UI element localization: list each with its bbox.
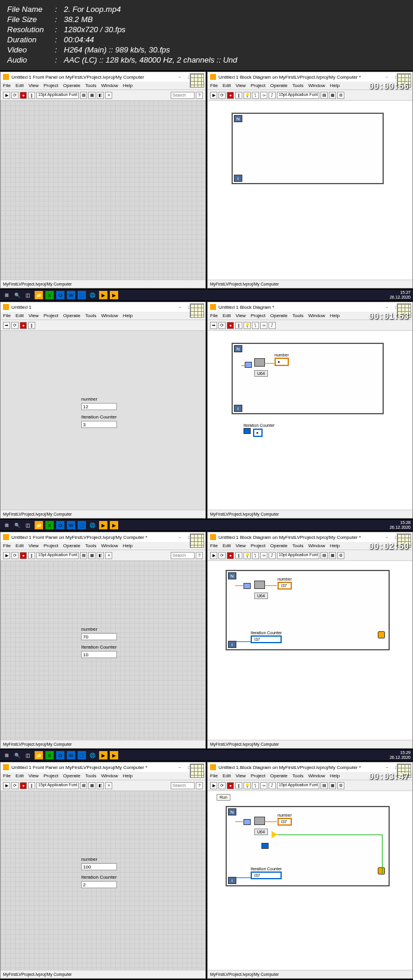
minimize-button[interactable]: − — [383, 304, 391, 310]
run-button[interactable]: ▶ — [210, 92, 217, 99]
for-loop-structure[interactable]: N i number ▸ U64 — [232, 343, 384, 414]
connector-pane[interactable] — [190, 73, 204, 88]
titlebar[interactable]: Untitled 1.Block Diagram on MyFirstLVPro… — [208, 762, 412, 772]
menu-view[interactable]: View — [29, 313, 39, 318]
pause-button[interactable]: ‖ — [28, 322, 35, 329]
menu-file[interactable]: File — [3, 313, 11, 318]
menu-operate[interactable]: Operate — [63, 543, 81, 548]
distribute-button[interactable]: ▦ — [88, 552, 95, 559]
menu-view[interactable]: View — [29, 773, 39, 779]
menu-file[interactable]: File — [210, 83, 218, 88]
menu-view[interactable]: View — [236, 773, 246, 779]
menu-help[interactable]: Help — [330, 83, 340, 88]
run-button[interactable]: ▶ — [3, 92, 10, 99]
menu-help[interactable]: Help — [330, 313, 340, 318]
menu-operate[interactable]: Operate — [270, 773, 288, 779]
step-in-button[interactable]: ⤵ — [252, 322, 259, 329]
menu-file[interactable]: File — [3, 773, 11, 779]
excel-icon[interactable]: X — [45, 751, 54, 759]
pause-button[interactable]: ‖ — [235, 552, 242, 559]
menu-tools[interactable]: Tools — [85, 543, 97, 548]
align-button[interactable]: ▤ — [320, 782, 328, 789]
menu-window[interactable]: Window — [308, 83, 325, 88]
explorer-icon[interactable]: 📁 — [35, 751, 43, 759]
menu-file[interactable]: File — [210, 313, 218, 318]
minimize-button[interactable]: − — [175, 304, 184, 310]
iteration-indicator-node[interactable]: Iteration Counter I37 — [251, 867, 282, 879]
run-cont-button[interactable]: ⟳ — [11, 92, 19, 99]
menu-edit[interactable]: Edit — [223, 773, 231, 779]
menu-edit[interactable]: Edit — [223, 83, 231, 88]
run-button[interactable]: ▶ — [210, 552, 217, 559]
menu-operate[interactable]: Operate — [270, 83, 288, 88]
block-diagram-canvas[interactable]: Run N i number I37 U64 Iteration Counter… — [208, 791, 412, 970]
help-button[interactable]: ? — [196, 92, 203, 99]
front-panel-canvas[interactable]: number 12 Iteration Counter 3 — [1, 331, 205, 510]
resize-button[interactable]: ◧ — [97, 552, 104, 559]
for-loop-structure[interactable]: N i number I37 U64 Iteration Counter I37 — [226, 570, 390, 650]
for-loop-structure[interactable]: N i — [232, 113, 384, 184]
connector-pane[interactable] — [190, 764, 204, 778]
pause-button[interactable]: ‖ — [235, 92, 242, 99]
align-button[interactable]: ▤ — [80, 552, 87, 559]
loop-count-terminal[interactable]: N — [228, 572, 236, 579]
step-over-button[interactable]: ⤼ — [260, 782, 267, 789]
number-control[interactable]: number 100 — [81, 857, 117, 870]
u64-cast-node[interactable]: U64 — [254, 370, 268, 377]
compare-node[interactable] — [272, 831, 278, 839]
menu-view[interactable]: View — [236, 543, 246, 548]
start-button[interactable]: ⊞ — [2, 521, 11, 529]
align-button[interactable]: ▤ — [320, 552, 328, 559]
minimize-button[interactable]: − — [383, 534, 391, 540]
menu-window[interactable]: Window — [101, 83, 118, 88]
run-button[interactable]: ➡ — [3, 322, 10, 329]
run-cont-button[interactable]: ⟳ — [11, 322, 19, 329]
word-icon[interactable]: W — [67, 521, 75, 529]
highlight-button[interactable]: 💡 — [244, 552, 251, 559]
run-cont-button[interactable]: ⟳ — [11, 782, 19, 789]
menu-project[interactable]: Project — [44, 313, 58, 318]
pause-button[interactable]: ‖ — [28, 92, 35, 99]
cleanup-button[interactable]: ⚙ — [337, 552, 344, 559]
system-clock[interactable]: 15:27 26.12.2020 — [390, 290, 411, 300]
font-selector[interactable]: 15pt Application Font — [36, 782, 79, 789]
iteration-indicator-node[interactable]: Iteration Counter I37 — [251, 631, 282, 643]
number-field[interactable]: 100 — [81, 863, 117, 870]
connector-pane[interactable] — [190, 534, 204, 548]
reorder-button[interactable]: ≡ — [105, 92, 112, 99]
minimize-button[interactable]: − — [383, 74, 391, 80]
constant-node[interactable] — [261, 843, 269, 849]
menu-tools[interactable]: Tools — [292, 83, 304, 88]
distribute-button[interactable]: ▦ — [329, 552, 336, 559]
outlook-icon[interactable]: O — [56, 521, 64, 529]
menu-window[interactable]: Window — [101, 543, 118, 548]
menu-window[interactable]: Window — [308, 313, 325, 318]
abort-button[interactable]: ● — [20, 92, 27, 99]
task-view-icon[interactable]: ◫ — [24, 751, 32, 759]
step-out-button[interactable]: ⤴ — [269, 92, 276, 99]
align-button[interactable]: ▤ — [320, 92, 328, 99]
abort-button[interactable]: ● — [227, 92, 234, 99]
word-icon[interactable]: W — [67, 291, 75, 299]
step-over-button[interactable]: ⤼ — [260, 322, 267, 329]
menu-project[interactable]: Project — [44, 83, 58, 88]
menu-operate[interactable]: Operate — [63, 773, 81, 779]
system-clock[interactable]: 15:29 26.12.2020 — [390, 750, 411, 760]
connector-pane[interactable] — [190, 303, 204, 318]
search-input[interactable] — [171, 782, 195, 789]
menu-edit[interactable]: Edit — [223, 313, 231, 318]
task-view-icon[interactable]: ◫ — [24, 521, 32, 529]
front-panel-canvas[interactable]: number 70 Iteration Counter 10 — [1, 561, 205, 740]
highlight-button[interactable]: 💡 — [244, 782, 251, 789]
menu-tools[interactable]: Tools — [292, 773, 304, 779]
menu-tools[interactable]: Tools — [85, 83, 97, 88]
number-field[interactable]: 12 — [81, 403, 117, 410]
number-indicator-node[interactable]: number ▸ — [275, 353, 289, 366]
menu-project[interactable]: Project — [251, 313, 266, 318]
block-diagram-canvas[interactable]: N i — [208, 101, 412, 280]
menu-view[interactable]: View — [29, 543, 39, 548]
abort-button[interactable]: ● — [20, 322, 27, 329]
chrome-icon[interactable]: 🌐 — [88, 521, 97, 529]
distribute-button[interactable]: ▦ — [329, 782, 336, 789]
run-cont-button[interactable]: ⟳ — [218, 322, 226, 329]
